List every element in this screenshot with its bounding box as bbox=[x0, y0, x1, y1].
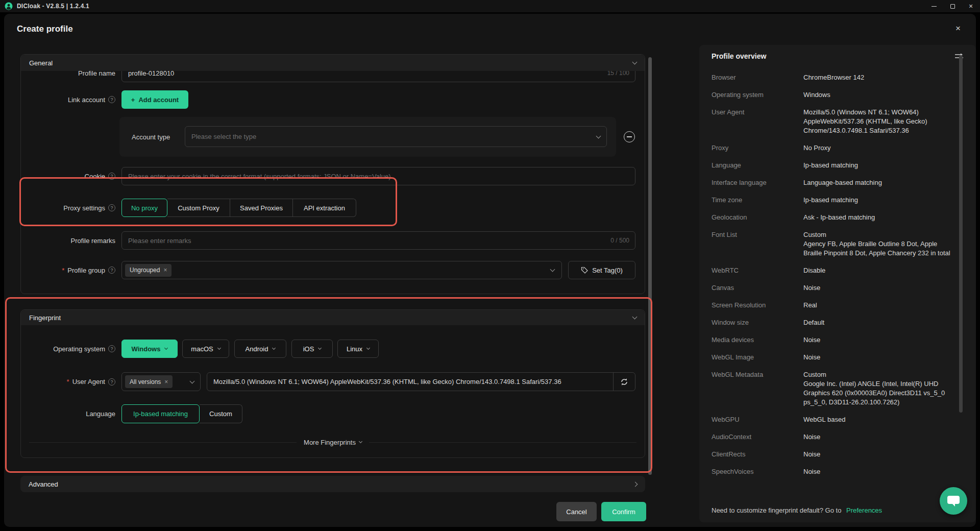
help-icon[interactable]: ? bbox=[108, 173, 115, 180]
profile-remarks-counter: 0 / 500 bbox=[610, 237, 629, 244]
profile-group-select[interactable]: Ungrouped × bbox=[121, 261, 562, 279]
more-fingerprints-row: More Fingerprints bbox=[29, 435, 636, 449]
dialog-close-button[interactable]: × bbox=[951, 22, 965, 35]
os-android-label: Android bbox=[246, 345, 268, 353]
chevron-right-icon bbox=[633, 481, 638, 487]
overview-row-window-size: Window sizeDefault bbox=[712, 318, 955, 327]
chat-bubble-icon bbox=[946, 494, 961, 508]
general-section: Profile name 15 / 100 General Link accou… bbox=[20, 54, 645, 294]
fingerprint-section: Fingerprint Operating system ? Windows m… bbox=[20, 309, 645, 458]
remove-account-button[interactable] bbox=[624, 131, 635, 142]
ua-version-select[interactable]: All versions × bbox=[121, 372, 201, 391]
language-label-box: Language bbox=[21, 404, 115, 423]
group-tag-chip[interactable]: Ungrouped × bbox=[125, 264, 172, 277]
help-icon[interactable]: ? bbox=[108, 204, 115, 211]
proxy-tab-custom-proxy[interactable]: Custom Proxy bbox=[167, 199, 230, 217]
overview-scrollbar-thumb[interactable] bbox=[959, 55, 963, 413]
link-account-label-box: Link account ? bbox=[21, 90, 115, 109]
os-button-android[interactable]: Android bbox=[234, 340, 286, 358]
proxy-tab-api-extraction[interactable]: API extraction bbox=[293, 199, 356, 217]
help-icon[interactable]: ? bbox=[108, 345, 115, 352]
ua-version-chip[interactable]: All versions × bbox=[125, 375, 173, 388]
help-icon[interactable]: ? bbox=[108, 378, 115, 385]
proxy-tab-saved-proxies[interactable]: Saved Proxies bbox=[230, 199, 293, 217]
window-titlebar: DICloak - V2.8.5 | 1.2.4.1 × bbox=[0, 0, 980, 12]
cookie-label: Cookie bbox=[85, 173, 105, 180]
minimize-button[interactable] bbox=[925, 0, 943, 12]
tag-icon bbox=[581, 267, 588, 274]
app-logo-icon bbox=[5, 2, 13, 10]
chevron-down-icon bbox=[632, 60, 638, 65]
refresh-icon bbox=[620, 378, 628, 386]
maximize-icon bbox=[950, 4, 955, 9]
chevron-down-icon bbox=[272, 346, 276, 350]
advanced-section-header[interactable]: Advanced bbox=[20, 476, 645, 492]
minus-icon bbox=[627, 136, 632, 137]
overview-row-operating-system: Operating systemWindows bbox=[712, 90, 955, 100]
preferences-link[interactable]: Preferences bbox=[846, 506, 882, 514]
profile-remarks-input[interactable] bbox=[121, 231, 635, 250]
more-fingerprints-button[interactable]: More Fingerprints bbox=[297, 439, 369, 446]
form-scrollbar-thumb[interactable] bbox=[648, 57, 652, 475]
overview-footer-text: Need to customize fingerprint default? G… bbox=[712, 506, 841, 514]
proxy-settings-tabs: No proxy Custom Proxy Saved Proxies API … bbox=[121, 199, 356, 217]
support-chat-button[interactable] bbox=[940, 487, 967, 515]
proxy-tab-no-proxy[interactable]: No proxy bbox=[121, 199, 167, 217]
account-type-panel: Account type Please select the type bbox=[119, 117, 616, 157]
add-account-button[interactable]: + Add account bbox=[121, 90, 188, 109]
user-agent-label-box: * User Agent ? bbox=[21, 372, 115, 391]
proxy-settings-label-box: Proxy settings ? bbox=[21, 199, 115, 217]
chevron-down-icon bbox=[550, 267, 555, 272]
overview-row-speechvoices: SpeechVoicesNoise bbox=[712, 467, 955, 476]
add-account-label: Add account bbox=[138, 96, 179, 104]
overview-row-font-list: Font ListCustomAgency FB, Apple Braille … bbox=[712, 230, 955, 258]
help-icon[interactable]: ? bbox=[108, 96, 115, 103]
profile-group-label: Profile group bbox=[67, 267, 105, 274]
overview-row-screen-resolution: Screen ResolutionReal bbox=[712, 301, 955, 310]
remove-tag-icon[interactable]: × bbox=[164, 378, 168, 385]
refresh-user-agent-button[interactable] bbox=[613, 373, 635, 391]
os-button-windows[interactable]: Windows bbox=[121, 340, 178, 358]
confirm-button[interactable]: Confirm bbox=[601, 502, 646, 521]
overview-footer: Need to customize fingerprint default? G… bbox=[712, 506, 882, 514]
os-button-ios[interactable]: iOS bbox=[291, 340, 333, 358]
cancel-button[interactable]: Cancel bbox=[556, 502, 597, 521]
overview-row-webrtc: WebRTCDisable bbox=[712, 266, 955, 275]
maximize-button[interactable] bbox=[943, 0, 962, 12]
overview-row-media-devices: Media devicesNoise bbox=[712, 335, 955, 345]
account-type-select[interactable]: Please select the type bbox=[185, 126, 607, 147]
set-tag-button[interactable]: Set Tag(0) bbox=[568, 261, 635, 279]
group-tag-label: Ungrouped bbox=[130, 267, 160, 274]
operating-system-label-box: Operating system ? bbox=[21, 340, 115, 358]
general-section-header[interactable]: General bbox=[21, 55, 645, 71]
profile-group-label-box: * Profile group ? bbox=[21, 261, 115, 279]
overview-row-interface-language: Interface languageLanguage-based matchin… bbox=[712, 178, 955, 187]
os-windows-label: Windows bbox=[132, 345, 161, 353]
chevron-down-icon bbox=[366, 346, 370, 350]
chevron-down-icon bbox=[164, 346, 168, 350]
overview-row-webgpu: WebGPUWebGL based bbox=[712, 415, 955, 424]
close-window-button[interactable]: × bbox=[962, 0, 980, 12]
profile-overview-title: Profile overview bbox=[712, 52, 766, 60]
language-tabs: Ip-based matching Custom bbox=[121, 404, 242, 423]
remove-tag-icon[interactable]: × bbox=[163, 267, 167, 274]
profile-overview-header: Profile overview bbox=[712, 52, 964, 60]
minimize-icon bbox=[932, 6, 937, 7]
fingerprint-section-header[interactable]: Fingerprint bbox=[21, 310, 645, 325]
required-asterisk: * bbox=[67, 378, 69, 385]
user-agent-input[interactable] bbox=[207, 373, 613, 391]
language-tab-ip-based[interactable]: Ip-based matching bbox=[121, 404, 200, 423]
language-tab-custom[interactable]: Custom bbox=[200, 404, 242, 423]
os-button-linux[interactable]: Linux bbox=[337, 340, 379, 358]
profile-overview-rows: BrowserChromeBrowser 142 Operating syste… bbox=[712, 73, 955, 485]
plus-icon: + bbox=[131, 96, 135, 104]
overview-row-clientrects: ClientRectsNoise bbox=[712, 450, 955, 459]
cookie-input[interactable] bbox=[121, 167, 635, 185]
general-section-title: General bbox=[29, 59, 53, 67]
dialog-title: Create profile bbox=[17, 24, 73, 34]
os-button-macos[interactable]: macOS bbox=[182, 340, 229, 358]
help-icon[interactable]: ? bbox=[108, 267, 115, 274]
advanced-section-title: Advanced bbox=[29, 480, 58, 488]
chevron-down-icon bbox=[596, 133, 601, 138]
user-agent-field bbox=[207, 372, 635, 391]
